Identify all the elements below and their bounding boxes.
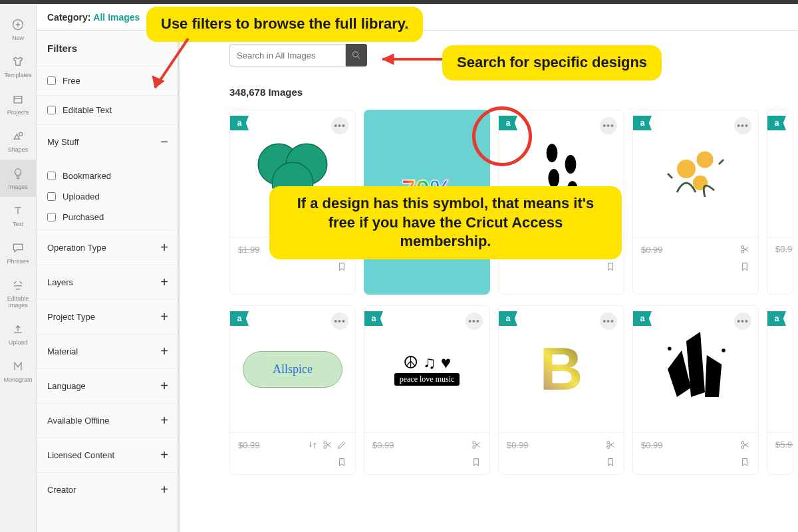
svg-marker-29	[705, 355, 722, 397]
monogram-icon	[11, 359, 25, 374]
plus-icon: +	[160, 413, 168, 428]
rail-monogram[interactable]: Monogram	[0, 352, 36, 390]
annotation-circle-icon	[472, 106, 532, 166]
svg-point-10	[565, 155, 577, 174]
rail-shapes[interactable]: Shapes	[0, 122, 36, 160]
more-menu-icon[interactable]: •••	[331, 117, 348, 134]
plus-icon: +	[160, 240, 168, 255]
access-badge-icon: a	[633, 311, 652, 326]
filter-section[interactable]: Material+	[37, 334, 179, 368]
rail-text[interactable]: Text	[0, 197, 36, 234]
more-menu-icon[interactable]: •••	[734, 117, 751, 134]
filter-section-mystuff[interactable]: My Stuff−	[37, 124, 179, 159]
svg-point-3	[353, 52, 358, 57]
rail-label: Projects	[7, 109, 29, 116]
filter-section[interactable]: Language+	[37, 368, 179, 403]
bookmark-icon[interactable]	[336, 457, 347, 467]
more-menu-icon[interactable]: •••	[734, 313, 751, 330]
checkbox[interactable]	[47, 172, 56, 180]
more-menu-icon[interactable]: •••	[600, 117, 617, 134]
svg-point-18	[693, 176, 708, 190]
bookmark-icon[interactable]	[605, 261, 616, 272]
annotation-arrow-icon	[143, 33, 196, 100]
access-badge-icon: a	[633, 116, 652, 130]
svg-marker-27	[668, 350, 691, 397]
bookmark-icon[interactable]	[739, 457, 750, 467]
price: $1.99	[238, 245, 260, 255]
image-card[interactable]: a ••• Allspice $0.99	[229, 305, 356, 475]
filter-section[interactable]: Layers+	[37, 265, 179, 299]
rail-projects[interactable]: Projects	[0, 85, 36, 122]
filter-section[interactable]: Licensed Content+	[37, 438, 179, 472]
filter-section[interactable]: Operation Type+	[37, 230, 179, 265]
annotation: Search for specific designs	[442, 45, 662, 80]
price: $0.99	[238, 440, 260, 450]
rail-new[interactable]: New	[0, 11, 36, 48]
price: $0.99	[372, 440, 394, 450]
access-badge-icon: a	[364, 311, 383, 326]
image-card-partial[interactable]: a $5.98	[767, 305, 793, 475]
category-label: Category:	[47, 12, 90, 23]
filter-bookmarked[interactable]: Bookmarked	[47, 166, 168, 186]
image-card[interactable]: a ••• ☮ ♫ ♥peace love music $0.99	[364, 305, 490, 475]
bookmark-icon[interactable]	[605, 457, 616, 467]
image-card[interactable]: a ••• B $0.99	[498, 305, 624, 475]
svg-rect-1	[14, 96, 22, 103]
access-badge-icon: a	[767, 116, 786, 130]
scissors-icon	[739, 440, 750, 450]
price: $0.99	[641, 440, 663, 450]
filter-section[interactable]: Creator+	[37, 472, 179, 507]
svg-point-2	[19, 132, 23, 136]
annotation: If a design has this symbol, that means …	[269, 186, 622, 259]
more-menu-icon[interactable]: •••	[600, 313, 617, 330]
access-badge-icon: a	[230, 311, 249, 326]
checkbox[interactable]	[47, 192, 56, 201]
more-menu-icon[interactable]: •••	[466, 313, 483, 330]
category-value[interactable]: All Images	[93, 12, 140, 23]
rail-editable-images[interactable]: Editable Images	[0, 271, 36, 315]
bookmark-icon[interactable]	[336, 261, 347, 272]
filter-section[interactable]: Project Type+	[37, 299, 179, 334]
filter-purchased[interactable]: Purchased	[47, 207, 168, 227]
annotation-text: Search for specific designs	[442, 45, 662, 80]
main-content: 348,678 Images a ••• $1.99 70% OFF a •••	[180, 31, 798, 532]
box-icon	[11, 92, 25, 106]
annotation-text: If a design has this symbol, that means …	[269, 186, 622, 259]
minus-icon: −	[160, 134, 168, 150]
image-card[interactable]: a ••• $0.99	[632, 110, 759, 295]
rail-images[interactable]: Images	[0, 160, 36, 197]
image-card[interactable]: a ••• $0.99	[632, 305, 759, 475]
price: $0.99	[507, 440, 529, 450]
rail-label: Shapes	[8, 146, 29, 153]
artwork-preview	[649, 127, 742, 220]
filter-uploaded[interactable]: Uploaded	[47, 186, 168, 207]
price: $0.99	[775, 244, 793, 254]
checkbox[interactable]	[47, 213, 56, 221]
image-card-partial[interactable]: a $0.99	[767, 110, 793, 295]
search-icon	[351, 50, 362, 61]
rail-upload[interactable]: Upload	[0, 315, 36, 352]
more-menu-icon[interactable]: •••	[331, 313, 348, 330]
scissors-icon	[322, 440, 332, 450]
annotation-arrow-icon	[372, 49, 446, 69]
artwork-preview	[649, 323, 742, 416]
bookmark-icon[interactable]	[471, 457, 481, 467]
rail-label: New	[12, 35, 24, 41]
search-input[interactable]	[229, 44, 346, 66]
rail-phrases[interactable]: Phrases	[0, 234, 36, 271]
plus-icon: +	[160, 482, 168, 497]
chat-icon	[11, 241, 25, 255]
checkbox[interactable]	[47, 76, 56, 85]
artwork-preview: B	[515, 323, 608, 416]
rail-templates[interactable]: Templates	[0, 48, 36, 85]
lightbulb-icon	[11, 166, 25, 181]
text-icon	[11, 203, 25, 218]
plus-icon: +	[160, 309, 168, 325]
checkbox[interactable]	[47, 106, 56, 114]
price: $0.99	[641, 245, 663, 255]
bookmark-icon[interactable]	[739, 261, 750, 272]
rail-label: Templates	[4, 72, 31, 78]
svg-point-11	[548, 169, 559, 188]
filter-section[interactable]: Available Offline+	[37, 403, 179, 438]
search-button[interactable]	[346, 44, 367, 66]
